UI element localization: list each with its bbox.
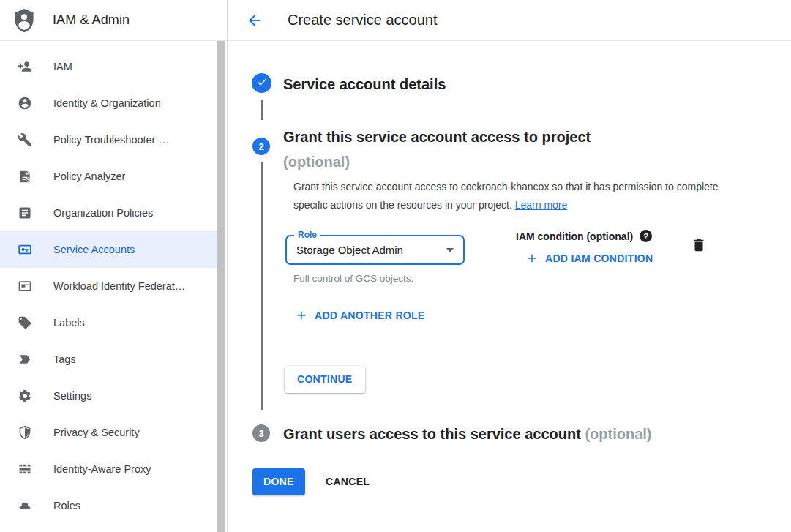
sidebar-item-label: Privacy & Security (53, 427, 140, 438)
sidebar-item-label: Policy Analyzer (53, 171, 125, 182)
identity-person-icon (18, 96, 32, 110)
sidebar-scrollbar[interactable] (217, 41, 225, 532)
learn-more-link[interactable]: Learn more (515, 199, 568, 211)
service-account-key-icon (18, 242, 32, 257)
sidebar-item-label: Identity & Organization (53, 97, 161, 109)
sidebar-item-label: Organization Policies (53, 207, 153, 219)
create-service-account-form: Service account details 2 Grant this ser… (228, 41, 791, 532)
sidebar-item-policy-troubleshooter[interactable]: Policy Troubleshooter … (0, 121, 217, 158)
step2-description: Grant this service account access to coc… (293, 178, 727, 214)
cancel-button[interactable]: CANCEL (320, 468, 375, 495)
sidebar-item-label: Tags (53, 353, 76, 365)
product-title: IAM & Admin (53, 12, 130, 28)
step1-completed-indicator (252, 73, 271, 93)
id-card-icon (18, 279, 32, 293)
step2-number-indicator: 2 (252, 138, 270, 155)
sidebar-item-identity-aware-proxy[interactable]: Identity-Aware Proxy (0, 451, 217, 487)
document-lines-icon (18, 206, 32, 220)
role-helper-text: Full control of GCS objects. (293, 273, 413, 284)
sidebar-item-label: Settings (53, 390, 91, 402)
sidebar-item-tags[interactable]: Tags (0, 341, 217, 378)
sidebar-item-service-accounts[interactable]: Service Accounts (0, 231, 217, 268)
sidebar-item-roles[interactable]: Roles (0, 487, 217, 524)
sidebar-header: IAM & Admin (0, 0, 227, 41)
help-icon[interactable]: ? (640, 230, 652, 242)
step2-title-text: Grant this service account access to pro… (283, 124, 591, 149)
chevron-down-icon (446, 248, 454, 252)
step3-optional-label: (optional) (585, 426, 651, 442)
sidebar-item-label: Identity-Aware Proxy (53, 463, 151, 475)
role-selected-value: Storage Object Admin (296, 236, 403, 263)
step2-title: Grant this service account access to pro… (283, 124, 591, 174)
shield-person-icon (11, 7, 37, 34)
sidebar-nav: IAM Identity & Organization Policy Troub… (0, 41, 227, 524)
sidebar-item-labels[interactable]: Labels (0, 304, 217, 341)
iam-condition-section: IAM condition (optional) ? (516, 230, 652, 242)
hat-icon (18, 498, 32, 513)
step3-title: Grant users access to this service accou… (283, 425, 652, 443)
sidebar-item-label: Labels (53, 317, 85, 329)
sidebar: IAM & Admin IAM Identity & Organization … (0, 0, 228, 532)
sidebar-item-label: Roles (53, 500, 80, 512)
tag-arrow-icon (18, 352, 32, 367)
sidebar-item-label: Workload Identity Federat… (53, 280, 185, 292)
shield-half-icon (18, 425, 32, 440)
arrow-back-icon[interactable] (246, 12, 263, 29)
proxy-bands-icon (18, 462, 32, 476)
sidebar-item-workload-identity-federation[interactable]: Workload Identity Federat… (0, 268, 217, 304)
sidebar-item-privacy-security[interactable]: Privacy & Security (0, 414, 217, 451)
stepper-connector (261, 100, 263, 120)
sidebar-item-iam[interactable]: IAM (0, 48, 217, 85)
add-another-role-label: ADD ANOTHER ROLE (315, 310, 425, 321)
sidebar-item-policy-analyzer[interactable]: Policy Analyzer (0, 158, 217, 195)
person-add-icon (18, 59, 32, 74)
sidebar-item-organization-policies[interactable]: Organization Policies (0, 195, 217, 231)
sidebar-item-label: Policy Troubleshooter … (53, 134, 169, 146)
done-button[interactable]: DONE (252, 468, 305, 495)
gear-icon (18, 389, 32, 403)
trash-icon[interactable] (691, 237, 708, 255)
step1-title: Service account details (283, 75, 446, 94)
add-another-role-button[interactable]: ADD ANOTHER ROLE (295, 309, 425, 322)
check-icon (256, 76, 268, 91)
page-title: Create service account (288, 12, 438, 29)
plus-icon (295, 309, 308, 322)
continue-button[interactable]: CONTINUE (285, 366, 365, 393)
sidebar-item-settings[interactable]: Settings (0, 378, 217, 414)
step2-number: 2 (258, 141, 263, 152)
iam-condition-label: IAM condition (optional) (516, 231, 633, 242)
add-iam-condition-button[interactable]: ADD IAM CONDITION (525, 252, 653, 265)
stepper-connector (261, 162, 263, 410)
role-select[interactable]: Role Storage Object Admin (285, 235, 465, 265)
policy-analyzer-icon (18, 169, 32, 184)
step3-number: 3 (258, 428, 263, 439)
sidebar-item-identity-organization[interactable]: Identity & Organization (0, 85, 217, 121)
label-tag-icon (18, 315, 32, 330)
sidebar-item-label: Service Accounts (53, 244, 135, 255)
add-iam-condition-label: ADD IAM CONDITION (545, 252, 653, 264)
wrench-icon (18, 132, 32, 147)
step3-title-text: Grant users access to this service accou… (283, 426, 581, 442)
top-app-bar: Create service account (228, 0, 791, 41)
step2-optional-label: (optional) (283, 149, 591, 174)
plus-icon (525, 252, 539, 265)
sidebar-item-label: IAM (53, 61, 72, 72)
step3-number-indicator: 3 (252, 424, 270, 442)
